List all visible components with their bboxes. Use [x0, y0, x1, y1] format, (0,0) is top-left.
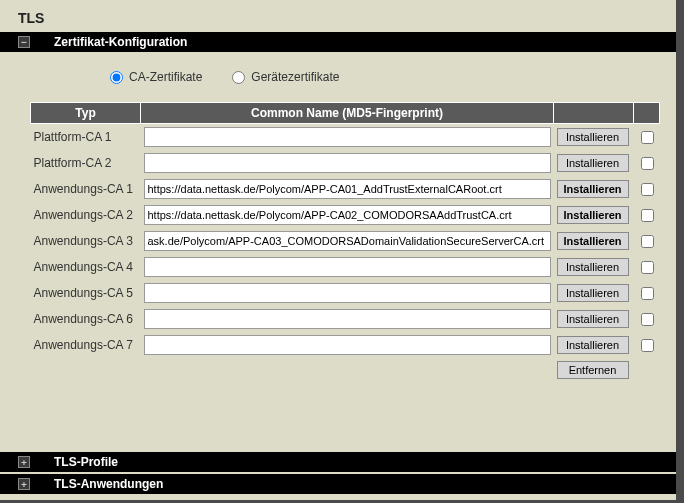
table-row: Anwendungs-CA 3Installieren [31, 228, 660, 254]
install-button[interactable]: Installieren [557, 232, 629, 250]
section-title-cert-config: Zertifikat-Konfiguration [54, 32, 187, 52]
table-row: Plattform-CA 1Installieren [31, 124, 660, 151]
cert-url-input[interactable] [144, 309, 551, 329]
section-header-tls-apps[interactable]: + TLS-Anwendungen [0, 474, 676, 494]
cert-type-label: Anwendungs-CA 5 [31, 280, 141, 306]
row-select-checkbox[interactable] [641, 235, 654, 248]
col-header-type: Typ [31, 103, 141, 124]
table-row: Anwendungs-CA 4Installieren [31, 254, 660, 280]
cert-type-label: Anwendungs-CA 6 [31, 306, 141, 332]
section-header-cert-config[interactable]: − Zertifikat-Konfiguration [0, 32, 676, 52]
install-button[interactable]: Installieren [557, 180, 629, 198]
cert-url-input[interactable] [144, 257, 551, 277]
cert-type-label: Plattform-CA 2 [31, 150, 141, 176]
radio-ca-certs[interactable]: CA-Zertifikate [110, 70, 202, 84]
table-row: Anwendungs-CA 7Installieren [31, 332, 660, 358]
cert-table: Typ Common Name (MD5-Fingerprint) Plattf… [30, 102, 660, 382]
row-select-checkbox[interactable] [641, 261, 654, 274]
install-button[interactable]: Installieren [557, 258, 629, 276]
row-select-checkbox[interactable] [641, 157, 654, 170]
cert-type-label: Anwendungs-CA 2 [31, 202, 141, 228]
cert-url-input[interactable] [144, 335, 551, 355]
cert-url-input[interactable] [144, 283, 551, 303]
table-row: Anwendungs-CA 6Installieren [31, 306, 660, 332]
install-button[interactable]: Installieren [557, 154, 629, 172]
install-button[interactable]: Installieren [557, 284, 629, 302]
table-row: Anwendungs-CA 2Installieren [31, 202, 660, 228]
cert-type-radio-group: CA-Zertifikate Gerätezertifikate [0, 52, 676, 102]
cert-url-input[interactable] [144, 153, 551, 173]
radio-device-certs-label: Gerätezertifikate [251, 70, 339, 84]
section-title-tls-apps: TLS-Anwendungen [54, 474, 163, 494]
radio-ca-certs-label: CA-Zertifikate [129, 70, 202, 84]
cert-type-label: Anwendungs-CA 7 [31, 332, 141, 358]
row-select-checkbox[interactable] [641, 313, 654, 326]
cert-url-input[interactable] [144, 205, 551, 225]
install-button[interactable]: Installieren [557, 128, 629, 146]
cert-type-label: Anwendungs-CA 3 [31, 228, 141, 254]
section-header-tls-profiles[interactable]: + TLS-Profile [0, 452, 676, 472]
table-row: Plattform-CA 2Installieren [31, 150, 660, 176]
radio-device-certs[interactable]: Gerätezertifikate [232, 70, 339, 84]
col-header-cn: Common Name (MD5-Fingerprint) [141, 103, 554, 124]
table-row: Anwendungs-CA 1Installieren [31, 176, 660, 202]
section-title-tls-profiles: TLS-Profile [54, 452, 118, 472]
row-select-checkbox[interactable] [641, 131, 654, 144]
remove-button[interactable]: Entfernen [557, 361, 629, 379]
col-header-action [554, 103, 634, 124]
cert-url-input[interactable] [144, 127, 551, 147]
collapse-icon[interactable]: − [18, 36, 30, 48]
row-select-checkbox[interactable] [641, 339, 654, 352]
col-header-select [634, 103, 660, 124]
install-button[interactable]: Installieren [557, 206, 629, 224]
row-select-checkbox[interactable] [641, 183, 654, 196]
install-button[interactable]: Installieren [557, 336, 629, 354]
cert-type-label: Anwendungs-CA 4 [31, 254, 141, 280]
install-button[interactable]: Installieren [557, 310, 629, 328]
row-select-checkbox[interactable] [641, 209, 654, 222]
table-row: Anwendungs-CA 5Installieren [31, 280, 660, 306]
radio-ca-certs-input[interactable] [110, 71, 123, 84]
cert-url-input[interactable] [144, 179, 551, 199]
radio-device-certs-input[interactable] [232, 71, 245, 84]
expand-icon[interactable]: + [18, 478, 30, 490]
page-title: TLS [0, 0, 676, 32]
cert-type-label: Anwendungs-CA 1 [31, 176, 141, 202]
row-select-checkbox[interactable] [641, 287, 654, 300]
cert-type-label: Plattform-CA 1 [31, 124, 141, 151]
cert-url-input[interactable] [144, 231, 551, 251]
expand-icon[interactable]: + [18, 456, 30, 468]
